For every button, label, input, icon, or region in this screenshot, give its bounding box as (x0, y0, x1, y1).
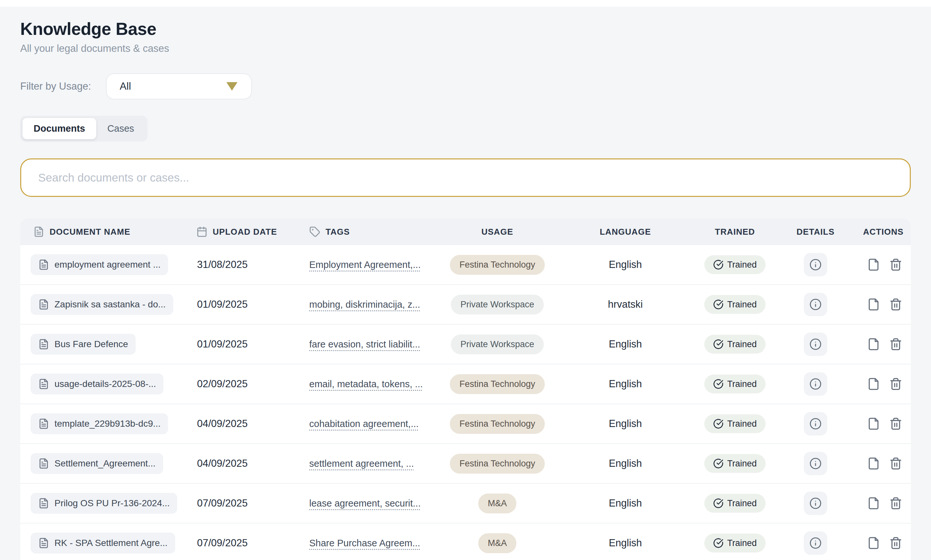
file-text-icon (38, 418, 49, 429)
open-file-button[interactable] (867, 377, 880, 391)
usage-cell: M&A (438, 494, 557, 513)
delete-button[interactable] (889, 537, 902, 549)
usage-cell: Festina Technology (438, 454, 557, 474)
tags-link[interactable]: Employment Agreement,... (309, 260, 421, 270)
delete-button[interactable] (889, 258, 902, 271)
calendar-icon (196, 226, 208, 237)
usage-filter-dropdown[interactable]: All (106, 73, 252, 99)
language-value: English (609, 497, 642, 509)
tags-link[interactable]: lease agreement, securit... (309, 498, 421, 509)
upload-date-cell: 01/09/2025 (190, 298, 304, 310)
details-button[interactable] (804, 293, 827, 316)
triangle-down-icon (227, 82, 237, 91)
trained-label: Trained (727, 260, 757, 270)
actions-cell (855, 497, 911, 510)
trained-cell: Trained (694, 534, 776, 552)
details-button[interactable] (804, 253, 827, 276)
delete-button[interactable] (889, 457, 902, 470)
trained-cell: Trained (694, 375, 776, 394)
language-cell: hrvatski (557, 298, 694, 310)
open-file-button[interactable] (867, 497, 880, 510)
open-file-button[interactable] (867, 537, 880, 549)
document-name: RK - SPA Settlement Agre... (54, 538, 168, 548)
delete-button[interactable] (889, 497, 902, 510)
details-button[interactable] (804, 412, 827, 435)
file-icon (867, 298, 880, 311)
knowledge-base-page: Knowledge Base All your legal documents … (0, 6, 931, 560)
details-button[interactable] (804, 332, 827, 356)
tags-link[interactable]: mobing, diskriminacija, z... (309, 299, 420, 310)
document-name-chip[interactable]: template_229b913b-dc9... (31, 413, 168, 434)
upload-date-cell: 04/09/2025 (190, 418, 304, 429)
upload-date-cell: 07/09/2025 (190, 497, 304, 509)
top-bar (0, 0, 931, 6)
details-cell (776, 372, 855, 396)
language-value: English (609, 259, 642, 271)
open-file-button[interactable] (867, 298, 880, 311)
document-name-chip[interactable]: Zapisnik sa sastanka - do... (31, 294, 173, 315)
table-row: employment agreement ... 31/08/2025 Empl… (20, 245, 911, 285)
table-row: RK - SPA Settlement Agre... 07/09/2025 S… (20, 523, 911, 560)
details-cell (776, 293, 855, 316)
details-button[interactable] (804, 531, 827, 555)
tags-cell: email, metadata, tokens, ... (304, 379, 438, 389)
trained-label: Trained (727, 379, 757, 389)
file-text-icon (38, 338, 49, 350)
tags-link[interactable]: Share Purchase Agreem... (309, 538, 420, 549)
document-name-chip[interactable]: Bus Fare Defence (31, 334, 136, 355)
open-file-button[interactable] (867, 258, 880, 271)
trained-cell: Trained (694, 255, 776, 274)
usage-badge: M&A (478, 494, 516, 513)
trained-badge: Trained (704, 335, 766, 354)
upload-date-cell: 01/09/2025 (190, 338, 304, 350)
usage-badge: Festina Technology (450, 414, 544, 434)
search-input[interactable] (20, 158, 911, 197)
file-icon (867, 417, 880, 430)
info-icon (809, 497, 822, 509)
open-file-button[interactable] (867, 338, 880, 351)
tags-link[interactable]: settlement agreement, ... (309, 458, 414, 469)
tags-link[interactable]: fare evasion, strict liabilit... (309, 339, 420, 350)
delete-button[interactable] (889, 298, 902, 311)
table-row: Settlement_Agreement... 04/09/2025 settl… (20, 444, 911, 484)
document-name-chip[interactable]: Prilog OS PU Pr-136-2024... (31, 493, 177, 514)
table-row: Prilog OS PU Pr-136-2024... 07/09/2025 l… (20, 484, 911, 523)
tags-link[interactable]: cohabitation agreement,... (309, 418, 419, 429)
column-header-upload-date: UPLOAD DATE (190, 226, 304, 237)
check-circle-icon (713, 339, 723, 349)
details-button[interactable] (804, 492, 827, 515)
details-button[interactable] (804, 372, 827, 396)
document-name-chip[interactable]: usage-details-2025-08-... (31, 374, 163, 394)
column-label: UPLOAD DATE (213, 227, 277, 237)
file-icon (867, 537, 880, 549)
usage-cell: Private Workspace (438, 295, 557, 315)
trained-badge: Trained (704, 295, 766, 314)
column-header-document-name: DOCUMENT NAME (20, 226, 190, 237)
info-icon (809, 258, 822, 271)
trained-cell: Trained (694, 414, 776, 433)
trained-cell: Trained (694, 494, 776, 513)
file-text-icon (38, 498, 49, 509)
tags-link[interactable]: email, metadata, tokens, ... (309, 379, 423, 389)
details-button[interactable] (804, 452, 827, 475)
delete-button[interactable] (889, 377, 902, 391)
trained-badge: Trained (704, 454, 766, 473)
delete-button[interactable] (889, 417, 902, 430)
filter-row: Filter by Usage: All (20, 73, 911, 99)
trash-icon (889, 497, 902, 510)
upload-date-cell: 02/09/2025 (190, 378, 304, 390)
usage-badge: Festina Technology (450, 374, 544, 394)
details-cell (776, 412, 855, 435)
document-name-chip[interactable]: Settlement_Agreement... (31, 453, 163, 474)
document-name-cell: template_229b913b-dc9... (20, 413, 190, 434)
tab-documents[interactable]: Documents (23, 118, 96, 139)
file-icon (867, 338, 880, 351)
document-name-chip[interactable]: RK - SPA Settlement Agre... (31, 532, 175, 554)
document-name-chip[interactable]: employment agreement ... (31, 254, 168, 275)
open-file-button[interactable] (867, 457, 880, 470)
language-value: English (609, 537, 642, 549)
tab-cases[interactable]: Cases (96, 118, 145, 139)
actions-cell (855, 377, 911, 391)
open-file-button[interactable] (867, 417, 880, 430)
delete-button[interactable] (889, 338, 902, 351)
